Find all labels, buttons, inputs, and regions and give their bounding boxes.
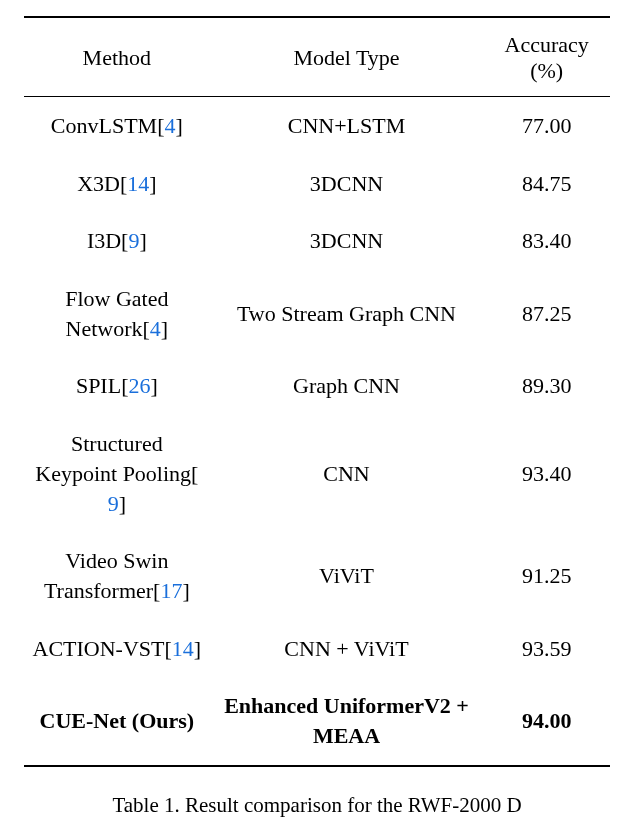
cell-method: ConvLSTM[4] [24,97,210,155]
table-row: X3D[14]3DCNN84.75 [24,155,610,213]
table-header-row: Method Model Type Accuracy (%) [24,17,610,97]
citation-link[interactable]: 9 [128,226,139,256]
cell-accuracy: 93.59 [483,620,610,678]
cell-accuracy: 93.40 [483,415,610,532]
cell-method: ACTION-VST[14] [24,620,210,678]
results-table: Method Model Type Accuracy (%) ConvLSTM[… [24,16,610,767]
cell-model-type: ViViT [210,532,484,619]
cell-model-type: CNN [210,415,484,532]
cell-accuracy: 94.00 [483,677,610,765]
cell-method: Flow Gated Network[4] [24,270,210,357]
cell-accuracy: 77.00 [483,97,610,155]
table-caption: Table 1. Result comparison for the RWF-2… [24,793,610,818]
method-text: ] [149,169,156,199]
header-accuracy: Accuracy (%) [483,17,610,97]
cell-accuracy: 87.25 [483,270,610,357]
table-row: Structured Keypoint Pooling[9]CNN93.40 [24,415,610,532]
cell-method: X3D[14] [24,155,210,213]
table-row: Flow Gated Network[4]Two Stream Graph CN… [24,270,610,357]
header-method: Method [24,17,210,97]
table-row: I3D[9]3DCNN83.40 [24,212,610,270]
method-text: Video Swin Transformer[ [44,548,169,603]
cell-method: Video Swin Transformer[17] [24,532,210,619]
method-text: Structured Keypoint Pooling[ [35,431,198,486]
method-text: ] [161,314,168,344]
cell-model-type: CNN + ViViT [210,620,484,678]
method-text: CUE-Net (Ours) [40,708,195,733]
citation-link[interactable]: 4 [165,111,176,141]
cell-model-type: Two Stream Graph CNN [210,270,484,357]
header-model-type: Model Type [210,17,484,97]
cell-accuracy: 83.40 [483,212,610,270]
citation-link[interactable]: 9 [108,489,119,519]
cell-method: CUE-Net (Ours) [24,677,210,765]
cell-model-type: CNN+LSTM [210,97,484,155]
method-text: ConvLSTM[ [51,111,165,141]
cell-model-type: Enhanced UniformerV2 + MEAA [210,677,484,765]
citation-link[interactable]: 17 [160,576,182,606]
cell-method: SPIL[26] [24,357,210,415]
method-text: ] [119,489,126,519]
method-text: ] [194,634,201,664]
cell-model-type: 3DCNN [210,212,484,270]
citation-link[interactable]: 26 [128,371,150,401]
method-text: ] [176,111,183,141]
table-row: Video Swin Transformer[17]ViViT91.25 [24,532,610,619]
citation-link[interactable]: 14 [127,169,149,199]
table-row: CUE-Net (Ours)Enhanced UniformerV2 + MEA… [24,677,610,765]
method-text: X3D[ [77,169,127,199]
cell-method: Structured Keypoint Pooling[9] [24,415,210,532]
table-row: ConvLSTM[4]CNN+LSTM77.00 [24,97,610,155]
method-text: ] [139,226,146,256]
citation-link[interactable]: 14 [172,634,194,664]
table-row: SPIL[26]Graph CNN89.30 [24,357,610,415]
citation-link[interactable]: 4 [150,314,161,344]
method-text: ACTION-VST[ [33,634,172,664]
cell-model-type: 3DCNN [210,155,484,213]
cell-accuracy: 84.75 [483,155,610,213]
table-body: ConvLSTM[4]CNN+LSTM77.00X3D[14]3DCNN84.7… [24,97,610,766]
method-text: ] [182,576,189,606]
cell-accuracy: 89.30 [483,357,610,415]
cell-method: I3D[9] [24,212,210,270]
method-text: SPIL[ [76,371,129,401]
cell-accuracy: 91.25 [483,532,610,619]
method-text: I3D[ [87,226,129,256]
cell-model-type: Graph CNN [210,357,484,415]
table-row: ACTION-VST[14]CNN + ViViT93.59 [24,620,610,678]
method-text: ] [150,371,157,401]
